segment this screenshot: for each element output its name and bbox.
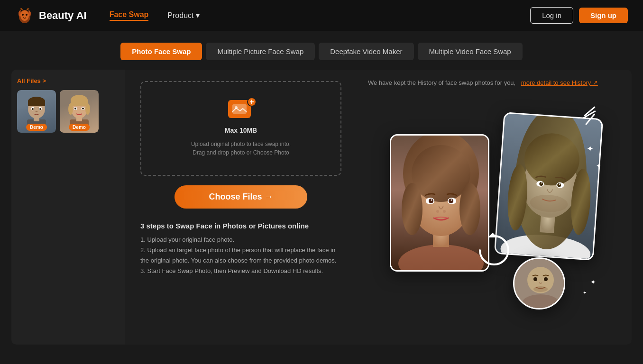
sparkle-2: ✦	[596, 163, 601, 169]
svg-point-33	[459, 183, 480, 235]
photo-card-small-face	[513, 257, 565, 309]
svg-point-60	[533, 277, 537, 281]
demo-thumb-male[interactable]: Demo	[17, 90, 56, 133]
svg-point-40	[436, 210, 439, 213]
history-bar-text: We have kept the History of face swap ph…	[368, 79, 515, 86]
nav-links: Face Swap Product ▾	[110, 10, 530, 21]
left-panel: All Files >	[11, 70, 125, 345]
upload-icon-wrap: +	[228, 100, 254, 121]
svg-point-18	[68, 103, 73, 115]
upload-max-label: Max 10MB	[225, 127, 257, 134]
svg-point-10	[32, 108, 34, 110]
sparkle-4: ✦	[590, 278, 596, 286]
navbar: Beauty AI Face Swap Product ▾ Log in Sig…	[0, 0, 643, 31]
svg-point-41	[443, 210, 446, 213]
nav-product-link[interactable]: Product ▾	[167, 11, 200, 20]
tab-bar: Photo Face Swap Multiple Picture Face Sw…	[0, 31, 643, 70]
small-face-illustration	[514, 259, 565, 309]
swap-arrow-icon	[473, 229, 515, 272]
svg-rect-24	[232, 104, 247, 114]
svg-point-19	[85, 103, 90, 115]
svg-marker-63	[488, 233, 497, 237]
svg-point-39	[451, 199, 452, 200]
female-face-svg	[65, 95, 93, 128]
svg-point-12	[39, 108, 41, 110]
brand-logo-icon	[15, 6, 34, 25]
center-panel: + Max 10MB Upload original photo to face…	[125, 70, 357, 345]
svg-point-61	[544, 277, 548, 281]
svg-point-38	[449, 199, 453, 203]
svg-point-3	[26, 14, 28, 16]
dash-lines-decoration	[584, 115, 598, 124]
steps-section: 3 steps to Swap Face in Photos or Pictur…	[140, 218, 341, 276]
svg-point-21	[74, 108, 76, 109]
choose-files-button[interactable]: Choose Files →	[175, 185, 307, 209]
demo-thumb-female[interactable]: Demo	[60, 90, 99, 133]
all-files-link[interactable]: All Files >	[17, 77, 119, 84]
demo-label-female: Demo	[69, 124, 90, 131]
tab-multiple-picture-face-swap[interactable]: Multiple Picture Face Swap	[206, 43, 315, 60]
steps-title: 3 steps to Swap Face in Photos or Pictur…	[140, 222, 341, 230]
swap-illustration: ✦ ✦ ✦ ✦	[380, 106, 608, 324]
svg-point-1	[20, 10, 29, 21]
svg-point-2	[22, 14, 24, 16]
tab-photo-face-swap[interactable]: Photo Face Swap	[120, 43, 202, 60]
preview-area: ✦ ✦ ✦ ✦	[368, 94, 620, 335]
upload-description: Upload original photo to face swap into.…	[191, 140, 291, 157]
svg-point-35	[429, 199, 433, 203]
nav-actions: Log in Sign up	[530, 7, 628, 24]
upload-plus-icon: +	[247, 97, 257, 107]
male-face-svg	[22, 95, 51, 128]
upload-zone[interactable]: + Max 10MB Upload original photo to face…	[140, 81, 341, 176]
tab-deepfake-video-maker[interactable]: Deepfake Video Maker	[319, 43, 413, 60]
sparkle-3: ✦	[583, 290, 587, 295]
history-bar: We have kept the History of face swap ph…	[368, 79, 620, 86]
sparkle-1: ✦	[587, 144, 594, 154]
brand: Beauty AI	[15, 6, 87, 25]
login-button[interactable]: Log in	[530, 7, 573, 24]
svg-point-36	[431, 199, 432, 200]
signup-button[interactable]: Sign up	[579, 8, 628, 23]
svg-point-23	[82, 108, 84, 109]
svg-rect-8	[28, 100, 45, 106]
svg-point-32	[402, 183, 423, 235]
demo-label-male: Demo	[26, 124, 47, 131]
image-icon	[231, 102, 248, 116]
nav-face-swap-link[interactable]: Face Swap	[110, 10, 149, 21]
right-panel: We have kept the History of face swap ph…	[357, 70, 632, 345]
svg-rect-17	[71, 100, 88, 106]
brand-name: Beauty AI	[39, 9, 87, 22]
demo-thumbnails: Demo	[17, 90, 119, 133]
main-content: All Files >	[0, 70, 643, 345]
history-link[interactable]: more detail to see History ↗	[521, 79, 598, 86]
svg-point-62	[533, 286, 548, 292]
steps-text: 1. Upload your original face photo. 2. U…	[140, 235, 341, 276]
tab-multiple-video-face-swap[interactable]: Multiple Video Face Swap	[418, 43, 523, 60]
